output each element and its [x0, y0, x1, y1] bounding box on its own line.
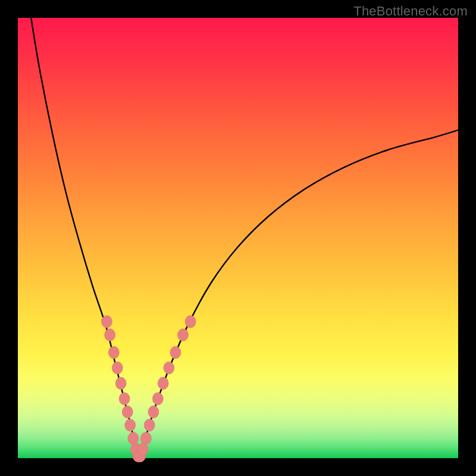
data-marker [164, 362, 174, 374]
data-marker [119, 393, 130, 405]
data-marker [128, 432, 139, 444]
curve-left-branch [31, 18, 139, 458]
data-marker [112, 362, 123, 374]
data-marker [148, 406, 159, 418]
data-marker [140, 432, 151, 444]
watermark-text: TheBottleneck.com [353, 4, 468, 19]
data-marker [144, 419, 155, 431]
data-marker [158, 377, 168, 390]
data-markers [101, 315, 196, 462]
data-marker [185, 315, 196, 328]
data-marker [115, 377, 126, 390]
data-marker [178, 328, 189, 341]
curve-svg [18, 18, 458, 458]
data-marker [137, 443, 148, 456]
bottleneck-chart: TheBottleneck.com [0, 0, 476, 476]
data-marker [122, 406, 133, 418]
curve-right-branch [139, 130, 459, 458]
plot-area [18, 18, 458, 458]
data-marker [101, 315, 112, 328]
data-marker [108, 346, 119, 359]
data-marker [170, 346, 181, 359]
data-marker [105, 328, 115, 341]
data-marker [125, 419, 136, 431]
data-marker [152, 393, 163, 405]
